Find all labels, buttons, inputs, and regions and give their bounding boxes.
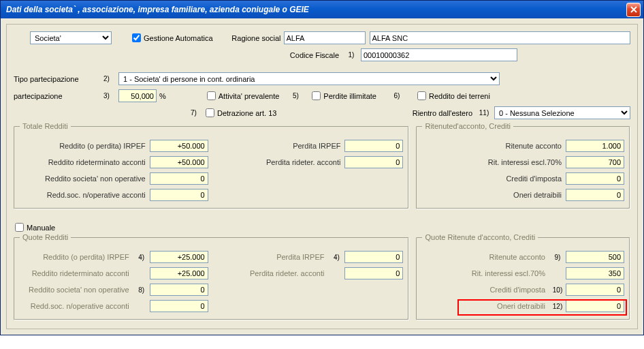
q-reddito-nop-input[interactable] <box>150 284 208 296</box>
gestione-automatica-label: Gestione Automatica <box>144 34 213 42</box>
q-reddsoc-nop-label: Redd.soc. n/operative acconti <box>20 302 133 310</box>
rientro-estero-label: Rientro dall'estero <box>413 109 474 117</box>
idx-12: 12) <box>549 303 566 310</box>
perdita-irpef-label: Perdita IRPEF <box>215 142 345 150</box>
close-button[interactable] <box>626 3 641 17</box>
q-reddito-rid-label: Reddito rideterminato acconti <box>20 269 133 277</box>
perdite-illimitate-input[interactable] <box>312 91 321 100</box>
idx-10: 10) <box>549 286 566 294</box>
oneri-detraibili-label: Oneri detraibili <box>422 191 566 199</box>
reddsoc-nop-input[interactable] <box>150 189 208 201</box>
codice-fiscale-input[interactable] <box>361 48 517 61</box>
reddito-rid-label: Reddito rideterminato acconti <box>20 158 150 166</box>
manuale-label: Manuale <box>27 224 55 232</box>
reddito-irpef-input[interactable] <box>150 140 208 152</box>
close-icon <box>630 6 637 13</box>
attivita-prevalente-label: Attivita' prevalente <box>219 92 280 100</box>
idx-5: 5) <box>279 92 312 100</box>
attivita-prevalente-checkbox[interactable]: Attivita' prevalente <box>207 91 280 100</box>
q-reddito-rid-input[interactable] <box>150 267 208 279</box>
rit-acc-label: Ritenute acconto <box>422 142 566 150</box>
q-cred-imp-label: Crediti d'imposta <box>422 286 549 294</box>
cred-imp-input[interactable] <box>566 172 624 185</box>
q-rit-int-label: Rit. interessi escl.70% <box>422 269 549 277</box>
ritenute-crediti-group: Ritenuted'acconto, Crediti Ritenute acco… <box>416 126 630 209</box>
idx-11: 11) <box>474 109 494 117</box>
window-title: Dati della societa` , associazione, impr… <box>6 5 626 14</box>
perdite-illimitate-checkbox[interactable]: Perdite illimitate <box>312 91 376 100</box>
attivita-prevalente-input[interactable] <box>207 91 216 100</box>
partecipazione-input[interactable] <box>118 89 157 102</box>
q-perdita-irpef-label: Perdita IRPEF <box>215 253 329 261</box>
detrazione-art13-checkbox[interactable]: Detrazione art. 13 <box>206 108 276 117</box>
client-area: Societa' Gestione Automatica Ragione soc… <box>1 18 643 335</box>
perdita-irpef-input[interactable] <box>344 140 403 152</box>
partecipazione-label: partecipazione <box>14 92 101 100</box>
q-reddito-nop-label: Reddito societa' non operative <box>20 286 133 294</box>
percent-label: % <box>157 92 166 100</box>
reddito-terreni-checkbox[interactable]: Reddito dei terreni <box>417 91 490 100</box>
ragione-social-label: Ragione social <box>227 34 284 42</box>
reddito-irpef-label: Reddito (o perdita) IRPEF <box>20 142 150 150</box>
oneri-detraibili-input[interactable] <box>566 189 624 201</box>
codice-fiscale-label: Codice Fiscale <box>280 51 342 59</box>
q-reddito-irpef-input[interactable] <box>150 251 208 263</box>
quote-ritenute-group: Quote Ritenute d'acconto, Crediti Ritenu… <box>416 237 630 320</box>
ragione-social-name-input[interactable] <box>370 31 630 44</box>
reddito-nop-input[interactable] <box>150 172 208 185</box>
idx-3: 3) <box>101 92 118 100</box>
idx-9: 9) <box>549 254 566 261</box>
dialog-window: Dati della societa` , associazione, impr… <box>0 0 644 335</box>
reddito-terreni-input[interactable] <box>417 91 426 100</box>
q-rit-acc-input[interactable] <box>566 251 624 263</box>
tipo-partecipazione-select[interactable]: 1 - Societa' di persone in cont. ordinar… <box>118 72 500 85</box>
cred-imp-label: Crediti d'imposta <box>422 174 566 183</box>
q-perdita-irpef-input[interactable] <box>344 251 403 263</box>
gestione-automatica-input[interactable] <box>132 33 141 42</box>
reddito-nop-label: Reddito societa' non operative <box>20 174 150 183</box>
q-rit-acc-label: Ritenute acconto <box>422 253 549 261</box>
q-oneri-label: Oneri detraibili <box>422 302 549 310</box>
idx-7: 7) <box>188 109 206 117</box>
detrazione-art13-label: Detrazione art. 13 <box>217 109 276 117</box>
idx-6: 6) <box>376 92 417 100</box>
reddsoc-nop-label: Redd.soc. n/operative acconti <box>20 191 150 199</box>
tipo-soggetto-select[interactable]: Societa' <box>30 31 112 44</box>
totale-redditi-legend: Totale Redditi <box>20 122 71 130</box>
rientro-estero-select[interactable]: 0 - Nessuna Selezione <box>494 106 630 119</box>
q-perdita-rid-input[interactable] <box>344 267 403 279</box>
detrazione-art13-input[interactable] <box>206 108 214 117</box>
quote-redditi-legend: Quote Redditi <box>20 233 71 241</box>
manuale-checkbox[interactable]: Manuale <box>15 223 55 232</box>
q-oneri-input[interactable] <box>566 300 624 312</box>
perdita-rid-input[interactable] <box>344 156 403 168</box>
quote-redditi-group: Quote Redditi Reddito (o perdita) IRPEF … <box>14 237 409 320</box>
reddito-terreni-label: Reddito dei terreni <box>429 92 490 100</box>
tipo-partecipazione-label: Tipo partecipazione <box>14 75 101 83</box>
gestione-automatica-checkbox[interactable]: Gestione Automatica <box>132 33 213 42</box>
perdita-rid-label: Perdita rideter. acconti <box>215 158 345 166</box>
q-perdita-rid-label: Perdita rideter. acconti <box>215 269 329 277</box>
top-panel: Societa' Gestione Automatica Ragione soc… <box>6 24 638 329</box>
rit-int-input[interactable] <box>566 156 624 168</box>
q-rit-int-input[interactable] <box>566 267 624 279</box>
idx-2: 2) <box>101 75 118 82</box>
idx-4b: 4) <box>328 254 344 261</box>
q-reddsoc-nop-input[interactable] <box>150 300 208 312</box>
perdite-illimitate-label: Perdite illimitate <box>323 92 376 100</box>
reddito-rid-input[interactable] <box>150 156 208 168</box>
manuale-input[interactable] <box>15 223 24 232</box>
idx-4a: 4) <box>133 254 150 261</box>
idx-1: 1) <box>342 51 361 59</box>
ragione-social-code-input[interactable] <box>284 31 366 44</box>
idx-8: 8) <box>133 286 150 294</box>
q-reddito-irpef-label: Reddito (o perdita) IRPEF <box>20 253 133 261</box>
totale-redditi-group: Totale Redditi Reddito (o perdita) IRPEF… <box>14 126 409 209</box>
rit-acc-input[interactable] <box>566 140 624 152</box>
rit-int-label: Rit. interessi escl.70% <box>422 158 566 166</box>
q-cred-imp-input[interactable] <box>566 284 624 296</box>
ritenute-crediti-legend: Ritenuted'acconto, Crediti <box>422 122 513 130</box>
quote-ritenute-legend: Quote Ritenute d'acconto, Crediti <box>422 233 538 241</box>
titlebar: Dati della societa` , associazione, impr… <box>1 1 643 18</box>
